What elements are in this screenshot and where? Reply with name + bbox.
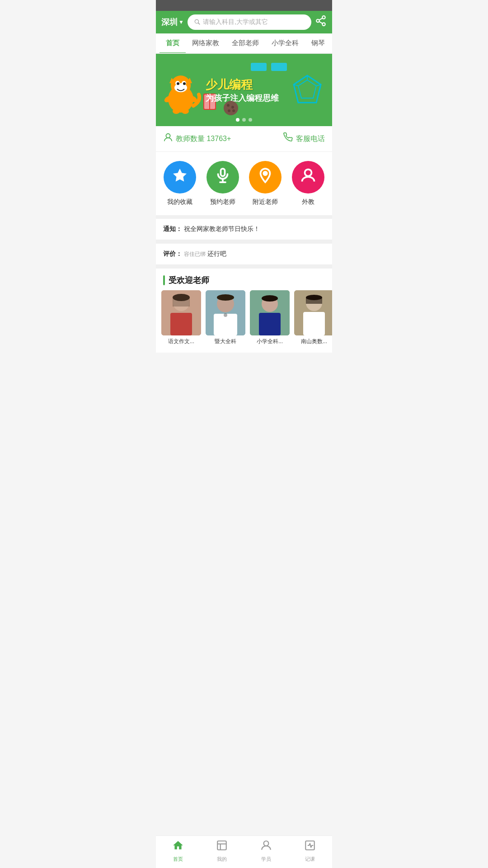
svg-rect-54: [259, 313, 281, 335]
section-divider-2: [156, 240, 332, 244]
banner-ball: [223, 100, 239, 118]
popular-section-title: 受欢迎老师: [169, 275, 209, 286]
svg-point-55: [262, 295, 278, 302]
city-name: 深圳: [161, 17, 178, 28]
svg-point-13: [183, 82, 186, 85]
search-bar[interactable]: 请输入科目,大学或其它: [188, 14, 311, 30]
review-author: 容佳已绑: [184, 251, 206, 257]
qa-foreign-circle: [292, 161, 324, 193]
svg-point-18: [173, 108, 180, 114]
banner-deco-top: [251, 61, 291, 76]
qa-favorites-circle: [164, 161, 196, 193]
qa-nearby[interactable]: 附近老师: [245, 161, 286, 206]
qa-nearby-label: 附近老师: [253, 198, 278, 206]
svg-point-31: [227, 104, 230, 107]
banner-character: [160, 70, 201, 122]
notice-text: 祝全网家教老师节日快乐！: [184, 225, 260, 232]
svg-point-41: [305, 170, 311, 176]
teacher-name-1: 语文作文...: [168, 338, 194, 345]
banner-text-area: 少儿编程 为孩子注入编程思维: [206, 77, 279, 104]
qa-book-teacher[interactable]: 预约老师: [202, 161, 244, 206]
qa-nearby-circle: [249, 161, 282, 193]
banner-gem: [291, 73, 323, 107]
location-icon: [257, 167, 273, 187]
svg-line-6: [319, 18, 322, 20]
share-button[interactable]: [315, 15, 327, 29]
teacher-card-3[interactable]: 小学全科...: [250, 290, 290, 345]
svg-point-35: [166, 134, 170, 138]
svg-point-32: [231, 106, 234, 108]
teacher-count: 教师数量 13763+: [163, 132, 231, 145]
svg-point-30: [224, 101, 238, 115]
teacher-photo-1: [161, 290, 201, 335]
microphone-icon: [215, 167, 231, 187]
teacher-list: 语文作文... 暨大全科 小学全科...: [156, 290, 332, 353]
stats-row: 教师数量 13763+ 客服电话: [156, 126, 332, 152]
svg-marker-36: [173, 169, 187, 182]
svg-point-33: [228, 109, 230, 112]
svg-line-5: [319, 22, 322, 24]
svg-rect-37: [221, 169, 225, 176]
status-bar: [156, 0, 332, 11]
svg-rect-44: [170, 313, 192, 335]
tab-beginner[interactable]: 初级英: [331, 33, 332, 53]
tab-primary[interactable]: 小学全科: [265, 33, 305, 53]
tab-all-teachers[interactable]: 全部老师: [225, 33, 265, 53]
chevron-down-icon: ▼: [178, 19, 184, 25]
face-icon: [300, 167, 316, 187]
qa-book-circle: [206, 161, 239, 193]
teacher-card-1[interactable]: 语文作文...: [161, 290, 201, 345]
banner-subtitle: 为孩子注入编程思维: [206, 93, 279, 104]
review-label: 评价：: [163, 250, 182, 257]
svg-marker-26: [298, 80, 316, 98]
banner-title: 少儿编程: [206, 77, 279, 93]
qa-favorites[interactable]: 我的收藏: [160, 161, 201, 206]
svg-point-40: [264, 172, 267, 175]
phone-icon: [283, 132, 293, 145]
svg-rect-60: [306, 297, 322, 304]
star-icon: [172, 167, 188, 187]
teacher-photo-2: [206, 290, 245, 335]
teacher-photo-3: [250, 290, 290, 335]
review-bar[interactable]: 评价： 容佳已绑 还行吧: [156, 244, 332, 265]
nav-tabs: 首页 网络家教 全部老师 小学全科 钢琴 初级英: [156, 33, 332, 54]
tab-piano[interactable]: 钢琴: [305, 33, 331, 53]
svg-rect-46: [173, 297, 190, 307]
svg-point-12: [177, 82, 179, 85]
search-icon: [194, 19, 200, 26]
section-accent: [163, 275, 165, 285]
banner-indicators: [236, 118, 252, 122]
qa-favorites-label: 我的收藏: [167, 198, 192, 206]
customer-service[interactable]: 客服电话: [283, 132, 325, 145]
quick-actions: 我的收藏 预约老师 附近老师: [156, 152, 332, 215]
section-divider-3: [156, 265, 332, 269]
qa-foreign[interactable]: 外教: [288, 161, 329, 206]
svg-point-51: [224, 313, 227, 317]
section-divider-1: [156, 215, 332, 219]
banner[interactable]: 少儿编程 为孩子注入编程思维: [156, 54, 332, 126]
svg-point-34: [232, 109, 235, 112]
header: 深圳 ▼ 请输入科目,大学或其它: [156, 11, 332, 33]
city-selector[interactable]: 深圳 ▼: [161, 17, 184, 28]
qa-foreign-label: 外教: [302, 198, 314, 206]
teacher-card-4[interactable]: 南山奥数...: [294, 290, 332, 345]
svg-point-50: [217, 294, 234, 301]
svg-line-1: [198, 23, 200, 24]
popular-section-header: 受欢迎老师: [156, 269, 332, 290]
teacher-name-2: 暨大全科: [215, 338, 236, 345]
svg-rect-58: [303, 312, 325, 335]
svg-rect-23: [251, 63, 267, 71]
notice-bar[interactable]: 通知： 祝全网家教老师节日快乐！: [156, 219, 332, 240]
svg-rect-24: [271, 63, 287, 71]
customer-service-label: 客服电话: [296, 134, 325, 144]
teacher-count-label: 教师数量 13763+: [176, 134, 231, 144]
teacher-photo-4: [294, 290, 332, 335]
banner-dot-3: [249, 118, 252, 122]
tab-home[interactable]: 首页: [160, 33, 186, 53]
review-text: 还行吧: [207, 250, 226, 257]
banner-dot-2: [242, 118, 246, 122]
svg-point-19: [182, 108, 189, 114]
teacher-card-2[interactable]: 暨大全科: [206, 290, 245, 345]
tab-online[interactable]: 网络家教: [186, 33, 225, 53]
svg-rect-49: [214, 314, 237, 335]
